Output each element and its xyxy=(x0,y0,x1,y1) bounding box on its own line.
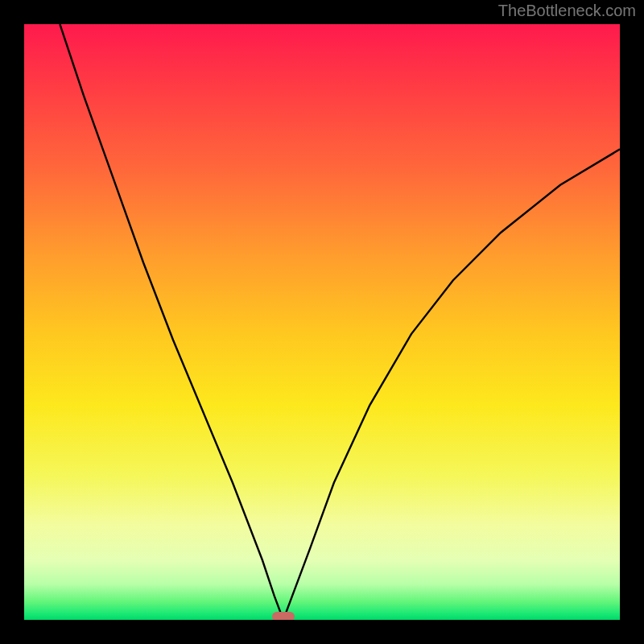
chart-curve xyxy=(24,24,620,620)
bottleneck-curve-path xyxy=(60,24,620,620)
chart-minimum-marker xyxy=(272,612,295,620)
watermark-text: TheBottleneck.com xyxy=(498,2,636,20)
chart-plot-area xyxy=(24,24,620,620)
